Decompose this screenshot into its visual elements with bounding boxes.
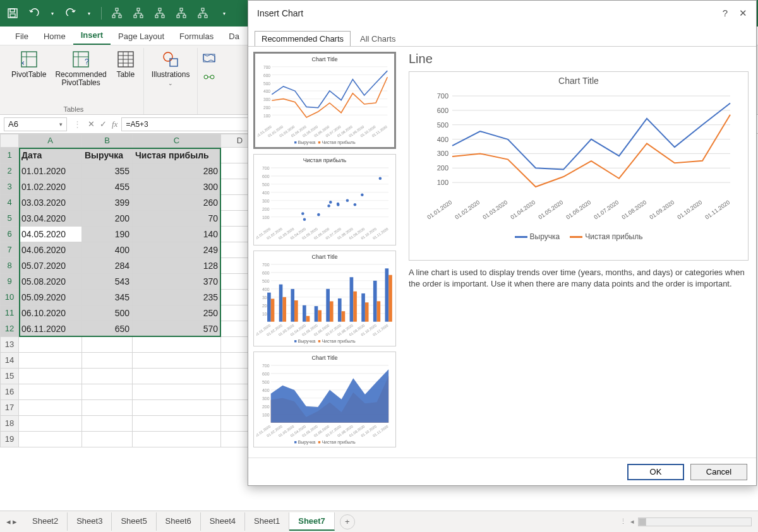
cell[interactable] [19, 369, 82, 384]
cell[interactable]: 650 [82, 321, 133, 337]
chevron-down-icon[interactable]: ▾ [49, 7, 56, 20]
name-box[interactable]: A6 ▾ [4, 117, 67, 131]
ribbon-tab-file[interactable]: File [8, 28, 36, 45]
chevron-down-icon[interactable]: ▾ [59, 121, 63, 127]
hierarchy-icon[interactable] [111, 7, 123, 20]
cell[interactable] [82, 432, 133, 447]
cell[interactable] [19, 337, 82, 353]
confirm-icon[interactable]: ✓ [100, 119, 107, 129]
select-all-corner[interactable] [0, 134, 19, 148]
hierarchy-icon[interactable] [175, 7, 188, 20]
add-sheet-button[interactable]: + [340, 514, 355, 529]
smartart-icon[interactable] [203, 71, 215, 83]
cell[interactable]: 190 [82, 227, 133, 242]
cell[interactable]: 04.05.2020 [19, 227, 82, 242]
redo-icon[interactable] [64, 7, 77, 20]
cell[interactable] [82, 416, 133, 432]
ribbon-tab-formulas[interactable]: Formulas [172, 28, 221, 45]
cell[interactable]: 04.06.2020 [19, 242, 82, 258]
chevron-down-icon[interactable]: ▾ [218, 7, 231, 20]
cell[interactable]: Чистая прибыль [133, 148, 221, 163]
cell[interactable] [82, 369, 133, 384]
cell[interactable]: 05.07.2020 [19, 258, 82, 274]
cancel-button[interactable]: Cancel [690, 464, 747, 480]
sheet-tab-sheet6[interactable]: Sheet6 [157, 512, 201, 531]
cell[interactable]: 03.03.2020 [19, 195, 82, 211]
cell[interactable] [133, 432, 221, 447]
row-header[interactable]: 12 [0, 321, 19, 337]
maps-icon[interactable] [203, 52, 215, 64]
cell[interactable] [133, 369, 221, 384]
cell[interactable]: 455 [82, 179, 133, 195]
cell[interactable] [19, 400, 82, 416]
cell[interactable]: 500 [82, 305, 133, 321]
hierarchy-icon[interactable] [132, 7, 145, 20]
row-header[interactable]: 18 [0, 416, 19, 432]
cell[interactable]: 70 [133, 211, 221, 227]
ribbon-tab-page layout[interactable]: Page Layout [111, 28, 172, 45]
col-header-C[interactable]: C [133, 134, 221, 148]
cell[interactable] [19, 432, 82, 447]
row-header[interactable]: 5 [0, 211, 19, 227]
cell[interactable] [133, 400, 221, 416]
cell[interactable]: 200 [82, 211, 133, 227]
chevron-down-icon[interactable]: ▾ [86, 7, 92, 20]
cell[interactable]: 01.01.2020 [19, 163, 82, 179]
row-header[interactable]: 4 [0, 195, 19, 211]
first-sheet-icon[interactable]: ◂ [6, 517, 11, 526]
row-header[interactable]: 11 [0, 305, 19, 321]
cell[interactable] [133, 337, 221, 353]
cell[interactable]: 128 [133, 258, 221, 274]
cell[interactable]: 01.02.2020 [19, 179, 82, 195]
scroll-left-icon[interactable]: ◂ [630, 517, 634, 526]
row-header[interactable]: 15 [0, 369, 19, 384]
cell[interactable] [133, 384, 221, 400]
sheet-tab-sheet5[interactable]: Sheet5 [112, 512, 156, 531]
row-header[interactable]: 19 [0, 432, 19, 447]
row-header[interactable]: 9 [0, 274, 19, 290]
chart-thumbnail[interactable]: Chart Title 70060050040030020010001.01.2… [253, 52, 396, 149]
hierarchy-icon[interactable] [153, 7, 166, 20]
help-icon[interactable]: ? [723, 8, 728, 19]
cell[interactable] [19, 416, 82, 432]
save-icon[interactable] [6, 7, 19, 20]
cell[interactable]: 260 [133, 195, 221, 211]
row-header[interactable]: 16 [0, 384, 19, 400]
cell[interactable] [82, 384, 133, 400]
cell[interactable]: 399 [82, 195, 133, 211]
cell[interactable]: 06.11.2020 [19, 321, 82, 337]
row-header[interactable]: 6 [0, 227, 19, 242]
cell[interactable] [82, 400, 133, 416]
sheet-tab-sheet3[interactable]: Sheet3 [68, 512, 112, 531]
sheet-tab-sheet2[interactable]: Sheet2 [23, 512, 68, 531]
cell[interactable]: 03.04.2020 [19, 211, 82, 227]
table-button[interactable]: Table [113, 48, 138, 80]
cell[interactable]: 284 [82, 258, 133, 274]
ok-button[interactable]: OK [627, 464, 684, 480]
cell[interactable]: 250 [133, 305, 221, 321]
cell[interactable]: Дата [19, 148, 82, 163]
row-header[interactable]: 1 [0, 148, 19, 163]
tab-recommended-charts[interactable]: Recommended Charts [255, 31, 351, 46]
ribbon-tab-home[interactable]: Home [36, 28, 73, 45]
recommended-pivot-button[interactable]: ? RecommendedPivotTables [52, 48, 109, 88]
ribbon-tab-da[interactable]: Da [221, 28, 247, 45]
hierarchy-icon[interactable] [196, 7, 209, 20]
cell[interactable]: 05.09.2020 [19, 290, 82, 305]
tab-all-charts[interactable]: All Charts [353, 31, 402, 46]
cell[interactable] [82, 353, 133, 369]
pivot-table-button[interactable]: PivotTable [9, 48, 49, 80]
cell[interactable]: 400 [82, 242, 133, 258]
cell[interactable]: 140 [133, 227, 221, 242]
preview-chart[interactable]: Chart Title 10020030040050060070001.01.2… [409, 71, 749, 261]
row-header[interactable]: 3 [0, 179, 19, 195]
next-sheet-icon[interactable]: ▸ [13, 517, 17, 526]
horizontal-scrollbar[interactable] [638, 517, 752, 526]
sheet-tab-sheet7[interactable]: Sheet7 [289, 512, 335, 531]
row-header[interactable]: 13 [0, 337, 19, 353]
cell[interactable]: 570 [133, 321, 221, 337]
sheet-tab-sheet4[interactable]: Sheet4 [201, 512, 245, 531]
cell[interactable] [133, 353, 221, 369]
close-icon[interactable]: ✕ [739, 8, 747, 19]
row-header[interactable]: 8 [0, 258, 19, 274]
